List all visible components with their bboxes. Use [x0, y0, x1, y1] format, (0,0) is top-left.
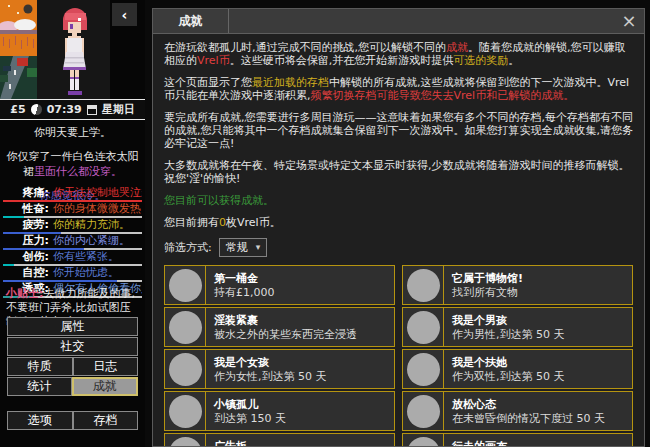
street-scene-art [0, 0, 37, 99]
intro-paragraph-3: 要完成所有成就,您需要进行多周目游玩——这意味着如果您有多个不同的存档,每个存档… [164, 111, 633, 150]
stat-label: 性奋: [3, 203, 49, 215]
recent-save-highlight: 最近加载的存档 [252, 76, 329, 89]
achievement-title: 行走的画布 [452, 440, 624, 447]
intro-paragraph-4: 大多数成就将在午夜、特定场景或特定文本显示时获得,少数成就将随着游戏时间的推移而… [164, 159, 633, 185]
sidebar-collapse-button[interactable]: ‹ [112, 3, 137, 26]
achievement-text: 我是个扶她作为双性,到达第 50 天 [444, 350, 632, 388]
achievement-card: 行走的画布全身上下都被写满 [402, 433, 633, 447]
attributes-button[interactable]: 属性 [7, 317, 138, 336]
statistics-button[interactable]: 统计 [7, 377, 72, 396]
achievements-grid: 第一桶金持有£1,000它属于博物馆!找到所有文物淫装紧裹被水之外的某些东西完全… [164, 265, 633, 447]
achievement-icon-cell [165, 434, 206, 447]
tab-achievements[interactable]: 成就 [153, 9, 229, 33]
coin-count: 0 [219, 216, 226, 229]
outfit-link[interactable]: 里面什么都没穿。 [34, 165, 122, 178]
stat-row: 性奋:你的身体微微发热。 [3, 203, 142, 218]
stat-value: 你无法控制地哭泣起来。 [49, 187, 142, 199]
stat-row: 疲劳:你的精力充沛。 [3, 219, 142, 234]
chevron-left-icon: ‹ [122, 7, 128, 23]
stat-row: 压力:你的内心紧绷。 [3, 235, 142, 250]
achievement-card: 第一桶金持有£1,000 [164, 265, 395, 305]
player-sprite [42, 7, 106, 99]
time-value: 07:39 [47, 103, 82, 116]
stat-label: 压力: [3, 235, 49, 247]
stat-label: 创伤: [3, 251, 49, 263]
journal-button[interactable]: 日志 [73, 357, 139, 376]
coin-count-line: 您目前拥有0枚Vrel币。 [164, 216, 633, 229]
stat-label: 自控: [3, 267, 49, 279]
achievement-icon [407, 269, 440, 302]
achievement-icon-cell [165, 308, 206, 346]
achievement-icon [169, 353, 202, 386]
close-button[interactable]: × [614, 9, 644, 33]
achievement-icon [169, 311, 202, 344]
achievement-icon-cell [165, 350, 206, 388]
location-art [0, 0, 37, 99]
achievement-title: 淫装紧裹 [214, 314, 386, 328]
achievement-desc: 被水之外的某些东西完全浸透 [214, 328, 386, 341]
filter-select[interactable]: 常规 ▾ [219, 238, 268, 257]
vrel-coin-highlight: Vrel币 [197, 54, 230, 67]
intro-paragraph-1: 在游玩欲都孤儿时,通过完成不同的挑战,您可以解锁不同的成就。随着您成就的解锁,您… [164, 41, 633, 67]
achievement-title: 放松心态 [452, 398, 624, 412]
achievement-card: 小镇孤儿到达第 150 天 [164, 391, 395, 431]
character-portrait [37, 0, 110, 99]
achievement-title: 它属于博物馆! [452, 272, 624, 286]
achievement-text: 放松心态在未曾昏倒的情况下度过 50 天 [444, 392, 632, 430]
achievement-text: 我是个男孩作为男性,到达第 50 天 [444, 308, 632, 346]
achievement-title: 广告板 [214, 440, 386, 447]
achievement-icon-cell [165, 392, 206, 430]
achievement-card: 我是个男孩作为男性,到达第 50 天 [402, 307, 633, 347]
stats-list: 疼痛:你无法控制地哭泣起来。性奋:你的身体微微发热。疲劳:你的精力充沛。压力:你… [3, 187, 142, 299]
stat-value: 你的身体微微发热。 [49, 203, 142, 215]
traits-button[interactable]: 特质 [7, 357, 73, 376]
achievement-icon [169, 269, 202, 302]
day-value: 星期日 [102, 102, 135, 117]
achievement-desc: 在未曾昏倒的情况下度过 50 天 [452, 412, 624, 425]
achievement-card: 放松心态在未曾昏倒的情况下度过 50 天 [402, 391, 633, 431]
achievement-title: 我是个女孩 [214, 356, 386, 370]
achievement-title: 我是个男孩 [452, 314, 624, 328]
achievement-title: 我是个扶她 [452, 356, 624, 370]
achievement-desc: 找到所有文物 [452, 286, 624, 299]
achievement-card: 淫装紧裹被水之外的某些东西完全浸透 [164, 307, 395, 347]
sidebar: ‹ £5 07:39 星期日 你明天要上学。 你仅穿了一件白色连衣太阳裙里面什么… [0, 0, 145, 447]
stat-value: 你的精力充沛。 [49, 219, 142, 231]
achievement-icon-cell [403, 266, 444, 304]
achievements-button[interactable]: 成就 [72, 377, 139, 396]
sidebar-nav: 属性 社交 特质 日志 统计 成就 选项 存档 [7, 317, 138, 431]
social-button[interactable]: 社交 [7, 337, 138, 356]
achievement-text: 我是个女孩作为女性,到达第 50 天 [206, 350, 394, 388]
achievement-icon-cell [403, 434, 444, 447]
filter-label: 筛选方式: [164, 241, 212, 254]
tip-label: 小贴士: [6, 287, 43, 300]
saves-button[interactable]: 存档 [73, 411, 139, 430]
chevron-down-icon: ▾ [256, 241, 261, 254]
achievement-card: 我是个女孩作为女性,到达第 50 天 [164, 349, 395, 389]
achievement-text: 行走的画布全身上下都被写满 [444, 434, 632, 447]
achievement-card: 它属于博物馆!找到所有文物 [402, 265, 633, 305]
stat-value: 你有些紧张。 [49, 251, 142, 263]
achievement-desc: 作为双性,到达第 50 天 [452, 370, 624, 383]
achievement-icon [407, 353, 440, 386]
outfit-message: 你仅穿了一件白色连衣太阳裙里面什么都没穿。 [5, 149, 140, 179]
achievement-title: 小镇孤儿 [214, 398, 386, 412]
achievement-icon-cell [165, 266, 206, 304]
close-icon: × [621, 12, 636, 30]
optional-reward-highlight: 可选的奖励 [453, 54, 508, 67]
stat-value: 你的内心紧绷。 [49, 235, 142, 247]
achievement-icon-cell [403, 308, 444, 346]
clock-icon [31, 104, 42, 115]
achievement-icon [407, 395, 440, 428]
achievement-desc: 作为男性,到达第 50 天 [452, 328, 624, 341]
achievements-panel: 成就 × 在游玩欲都孤儿时,通过完成不同的挑战,您可以解锁不同的成就。随着您成就… [152, 8, 645, 447]
achievement-text: 淫装紧裹被水之外的某些东西完全浸透 [206, 308, 394, 346]
stat-row: 自控:你开始忧虑。 [3, 267, 142, 282]
money-value: £5 [10, 103, 25, 116]
status-bar: £5 07:39 星期日 [0, 99, 145, 120]
stat-row: 疼痛:你无法控制地哭泣起来。 [3, 187, 142, 202]
stat-label: 疼痛: [3, 187, 49, 199]
achievement-card: 广告板在身上写条广告并借此盈利 [164, 433, 395, 447]
options-button[interactable]: 选项 [7, 411, 73, 430]
achievement-text: 第一桶金持有£1,000 [206, 266, 394, 304]
